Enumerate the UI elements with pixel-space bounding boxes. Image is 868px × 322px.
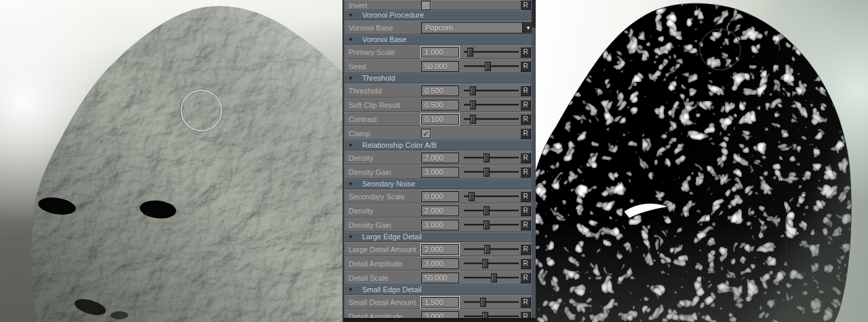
- reset-button-density-16[interactable]: R: [520, 205, 531, 216]
- reset-button-threshold-7[interactable]: R: [520, 85, 531, 96]
- slider-density-12[interactable]: [464, 153, 519, 162]
- param-label: Small Detail Amount: [349, 298, 416, 306]
- param-row-density-gain-13: Density Gain3.000R: [344, 165, 532, 179]
- slider-detail-amplitude-20[interactable]: [464, 259, 519, 268]
- slider-track[interactable]: [464, 262, 519, 264]
- slider-secondary-scale-15[interactable]: [464, 192, 519, 201]
- slider-threshold-7[interactable]: [464, 86, 519, 95]
- slider-handle[interactable]: [484, 167, 490, 176]
- reset-button-large-detail-amount-19[interactable]: R: [520, 244, 531, 255]
- value-field-threshold-7[interactable]: 0.500: [421, 85, 459, 96]
- slider-seed-5[interactable]: [464, 62, 519, 71]
- param-row-clamp: Clamp✓R: [344, 126, 532, 140]
- section-label: Seondary Noise: [362, 179, 415, 189]
- reset-button-soft-clip-result-8[interactable]: R: [520, 100, 531, 110]
- section-header-voronoi-procedure[interactable]: ▼Voronoi Procedure: [344, 10, 532, 20]
- param-label: Invert: [349, 1, 368, 9]
- param-label: Large Detail Amount: [349, 245, 416, 254]
- slider-small-detail-amount-23[interactable]: [464, 298, 519, 306]
- slider-handle[interactable]: [467, 47, 473, 56]
- slider-handle[interactable]: [470, 86, 476, 95]
- slider-handle[interactable]: [470, 115, 476, 123]
- param-row-threshold-7: Threshold0.500R: [344, 83, 532, 98]
- value-field-soft-clip-result-8[interactable]: 0.500: [421, 100, 459, 110]
- value-field-detail-amplitude-20[interactable]: 3.000: [421, 258, 459, 269]
- slider-handle[interactable]: [482, 259, 488, 268]
- slider-density-gain-17[interactable]: [464, 220, 519, 229]
- slider-track[interactable]: [464, 315, 519, 317]
- slider-handle[interactable]: [484, 245, 490, 254]
- slider-handle[interactable]: [491, 273, 497, 282]
- value-field-density-gain-13[interactable]: 3.000: [421, 167, 459, 178]
- slider-track[interactable]: [464, 248, 519, 249]
- section-header-threshold[interactable]: ▼Threshold: [344, 73, 532, 83]
- reset-button-clamp[interactable]: R: [520, 128, 531, 139]
- reset-button-contrast-9[interactable]: R: [520, 114, 531, 125]
- section-label: Threshold: [362, 73, 395, 83]
- value-field-secondary-scale-15[interactable]: 0.000: [421, 191, 459, 202]
- param-row-seed-5: Seed50.000R: [344, 59, 532, 73]
- slider-handle[interactable]: [484, 153, 490, 162]
- slider-soft-clip-result-8[interactable]: [464, 100, 519, 109]
- slider-track[interactable]: [464, 171, 519, 172]
- slider-track[interactable]: [464, 301, 519, 302]
- reset-button-invert[interactable]: R: [520, 0, 531, 11]
- value-field-density-16[interactable]: 2.000: [421, 205, 459, 216]
- reset-button-secondary-scale-15[interactable]: R: [520, 191, 531, 202]
- section-header-seondary-noise[interactable]: ▼Seondary Noise: [344, 179, 532, 189]
- slider-contrast-9[interactable]: [464, 115, 519, 123]
- slider-large-detail-amount-19[interactable]: [464, 245, 519, 254]
- section-header-small-edge-detail[interactable]: ▼Small Edge Detail: [344, 285, 532, 295]
- voronoi-head-render: [536, 0, 868, 322]
- section-header-voronoi-base[interactable]: ▼Voronoi Base: [344, 35, 532, 45]
- value-field-contrast-9[interactable]: 0.100: [421, 114, 459, 125]
- slider-density-16[interactable]: [464, 206, 519, 215]
- value-field-density-12[interactable]: 2.000: [421, 153, 459, 163]
- reset-button-small-detail-amount-23[interactable]: R: [520, 297, 531, 308]
- section-header-large-edge-detail[interactable]: ▼Large Edge Detail: [344, 232, 532, 242]
- param-row-primary-scale-4: Primary Scale1.000R: [344, 45, 532, 59]
- head-shading-bottom: [536, 3, 851, 322]
- slider-density-gain-13[interactable]: [464, 167, 519, 176]
- reset-button-density-gain-13[interactable]: R: [520, 167, 531, 178]
- param-label: Density: [349, 207, 374, 215]
- value-field-detail-scale-21[interactable]: 50.000: [421, 273, 459, 283]
- reset-button-detail-scale-21[interactable]: R: [520, 273, 531, 283]
- slider-track[interactable]: [464, 157, 519, 158]
- reset-button-seed-5[interactable]: R: [520, 61, 531, 72]
- slider-detail-scale-21[interactable]: [464, 273, 519, 282]
- reset-button-density-gain-17[interactable]: R: [520, 220, 531, 230]
- viewport-texture-preview[interactable]: [536, 0, 868, 322]
- param-row-voronoi-base: Voronoi BasePopcorn▼: [344, 20, 532, 35]
- slider-primary-scale-4[interactable]: [464, 47, 519, 56]
- nostril-shadow-2: [111, 311, 128, 319]
- checkbox-invert[interactable]: [421, 1, 431, 10]
- section-header-relationship-color-a-b[interactable]: ▼Relationship Color A/B: [344, 140, 532, 150]
- app-window: InvertR▼Voronoi ProcedureVoronoi BasePop…: [0, 0, 868, 322]
- slider-handle[interactable]: [485, 62, 491, 71]
- param-label: Density Gain: [349, 221, 391, 229]
- param-row-detail-amplitude-20: Detail Amplitude3.000R: [344, 256, 532, 270]
- slider-track[interactable]: [464, 65, 519, 66]
- reset-button-detail-amplitude-20[interactable]: R: [520, 258, 531, 269]
- slider-handle[interactable]: [484, 206, 490, 215]
- param-row-invert: InvertR: [344, 0, 532, 10]
- slider-handle[interactable]: [470, 100, 476, 109]
- value-field-small-detail-amount-23[interactable]: 1.500: [421, 297, 459, 308]
- dropdown-voronoi-base[interactable]: Popcorn▼: [421, 22, 534, 33]
- slider-track[interactable]: [464, 209, 519, 211]
- param-row-detail-scale-21: Detail Scale50.000R: [344, 270, 532, 285]
- reset-button-density-12[interactable]: R: [520, 153, 531, 163]
- value-field-primary-scale-4[interactable]: 1.000: [421, 47, 459, 58]
- value-field-large-detail-amount-19[interactable]: 2.000: [421, 244, 459, 255]
- value-field-seed-5[interactable]: 50.000: [421, 61, 459, 72]
- viewport-3d-sculpt[interactable]: [0, 0, 342, 322]
- collapse-triangle-icon: ▼: [348, 232, 353, 242]
- checkbox-clamp[interactable]: ✓: [421, 129, 431, 138]
- value-field-density-gain-17[interactable]: 3.000: [421, 220, 459, 230]
- reset-button-primary-scale-4[interactable]: R: [520, 47, 531, 58]
- slider-handle[interactable]: [480, 298, 486, 306]
- slider-track[interactable]: [464, 224, 519, 225]
- slider-handle[interactable]: [484, 220, 490, 229]
- slider-handle[interactable]: [469, 192, 475, 201]
